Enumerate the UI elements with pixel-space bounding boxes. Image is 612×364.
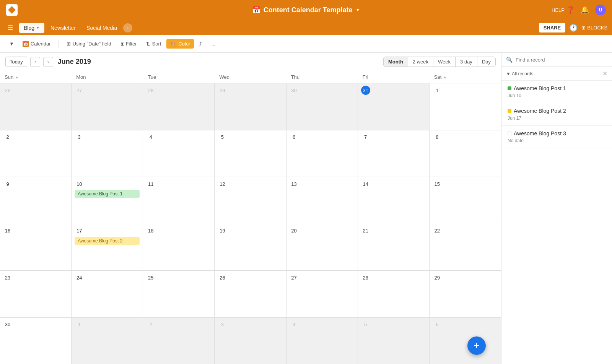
week-view-btn[interactable]: Week [433,57,456,67]
view-dropdown[interactable]: ▼ [6,39,17,48]
cal-cell-w0d2[interactable]: 28 [143,83,215,130]
cal-cell-w3d3[interactable]: 19 [215,224,286,271]
cal-cell-w4d6[interactable]: 29 [430,271,501,317]
cal-cell-w0d0[interactable]: 26 [0,83,72,130]
cal-cell-w0d1[interactable]: 27 [72,83,143,130]
header-thu: Thu [286,71,358,83]
sat-sort-icon[interactable]: ▲ [443,75,447,79]
tab-newsletter[interactable]: Newsletter [46,23,80,33]
cal-cell-w4d4[interactable]: 27 [286,271,358,317]
sun-sort-icon[interactable]: ▲ [15,75,19,79]
day-number: 14 [361,179,370,188]
cal-cell-w4d3[interactable]: 26 [215,271,286,317]
cal-cell-w2d3[interactable]: 12 [215,177,286,224]
cal-cell-w4d1[interactable]: 24 [72,271,143,317]
day-number: 24 [75,273,84,282]
field-selector[interactable]: ⊞ Using "Date" field [63,39,115,49]
cal-cell-w2d1[interactable]: 10Awesome Blog Post 1 [72,177,143,224]
cal-cell-w1d6[interactable]: 8 [430,130,501,177]
sort-label: Sort [152,41,161,47]
app-title: 📅 Content Calendar Template ▼ [252,6,360,14]
cal-cell-w5d3[interactable]: 3 [215,318,286,364]
avatar[interactable]: U [595,5,606,15]
cal-cell-w3d6[interactable]: 22 [430,224,501,271]
search-input[interactable] [516,57,607,63]
cal-cell-w1d3[interactable]: 5 [215,130,286,177]
cal-cell-w2d4[interactable]: 13 [286,177,358,224]
history-icon[interactable]: 🕐 [569,24,578,32]
cal-cell-w3d1[interactable]: 17Awesome Blog Post 2 [72,224,143,271]
calendar-week-1: 2345678 [0,130,501,177]
cal-cell-w1d4[interactable]: 6 [286,130,358,177]
notifications-icon[interactable]: 🔔 [581,6,589,14]
add-tab-button[interactable]: + [123,23,132,32]
share-button[interactable]: SHARE [539,23,566,32]
day-number: 31 [361,86,370,95]
cal-cell-w0d6[interactable]: 1 [430,83,501,130]
cal-cell-w0d5[interactable]: 31 [358,83,430,130]
sort-button[interactable]: ⇅ Sort [142,39,165,49]
cal-cell-w3d2[interactable]: 18 [143,224,215,271]
filter-button[interactable]: ⧗ Filter [117,39,141,49]
three-day-view-btn[interactable]: 3 day [456,57,477,67]
share-label: SHARE [544,25,561,31]
blocks-icon: ⊞ [581,25,586,31]
cal-cell-w2d0[interactable]: 9 [0,177,72,224]
app-logo-icon [8,6,16,14]
cal-cell-w2d2[interactable]: 11 [143,177,215,224]
cal-cell-w5d6[interactable]: 6 [430,318,501,364]
cal-cell-w5d1[interactable]: 1 [72,318,143,364]
sidebar-records: Awesome Blog Post 1Jun 10Awesome Blog Po… [501,81,612,364]
cal-cell-w0d4[interactable]: 30 [286,83,358,130]
day-view-btn[interactable]: Day [477,57,495,67]
sidebar-search: 🔍 [501,53,612,67]
cal-cell-w3d5[interactable]: 21 [358,224,430,271]
cal-cell-w4d5[interactable]: 28 [358,271,430,317]
cal-cell-w2d5[interactable]: 14 [358,177,430,224]
cal-cell-w1d0[interactable]: 2 [0,130,72,177]
day-number: 3 [218,320,227,329]
today-button[interactable]: Today [5,57,27,67]
close-sidebar-button[interactable]: ✕ [602,70,607,77]
cal-cell-w4d2[interactable]: 25 [143,271,215,317]
title-caret[interactable]: ▼ [355,7,360,13]
cal-cell-w1d1[interactable]: 3 [72,130,143,177]
cal-cell-w5d2[interactable]: 2 [143,318,215,364]
event-pill[interactable]: Awesome Blog Post 2 [75,237,140,245]
tab-social[interactable]: Social Media [82,23,122,33]
day-number: 28 [361,273,370,282]
filter-dropdown[interactable]: ▼ All records [506,71,534,76]
cal-cell-w1d5[interactable]: 7 [358,130,430,177]
add-record-button[interactable]: + [467,336,486,355]
tab-blog[interactable]: Blog ▼ [19,23,44,33]
prev-month-button[interactable]: ‹ [30,57,40,67]
month-view-btn[interactable]: Month [384,57,408,67]
sidebar-record-0[interactable]: Awesome Blog Post 1Jun 10 [501,81,612,103]
blocks-button[interactable]: ⊞ BLOCKS [581,25,607,31]
two-week-view-btn[interactable]: 2 week [408,57,433,67]
cal-cell-w4d0[interactable]: 23 [0,271,72,317]
hamburger-button[interactable]: ☰ [5,23,16,33]
calendar-main: Today ‹ › June 2019 Month 2 week Week 3 … [0,53,501,364]
cal-cell-w0d3[interactable]: 29 [215,83,286,130]
cal-cell-w3d4[interactable]: 20 [286,224,358,271]
cal-cell-w1d2[interactable]: 4 [143,130,215,177]
color-button[interactable]: 🎨 Color [166,39,194,49]
app-logo[interactable] [6,4,18,16]
cal-cell-w5d4[interactable]: 4 [286,318,358,364]
day-number: 1 [433,86,442,95]
share-view-button[interactable]: ⤴ [195,39,206,49]
more-options-button[interactable]: ... [207,39,219,49]
help-icon[interactable]: ❓ [566,6,575,14]
day-number: 13 [290,179,299,188]
next-month-button[interactable]: › [43,57,53,67]
sidebar-record-1[interactable]: Awesome Blog Post 2Jun 17 [501,103,612,126]
cal-cell-w5d5[interactable]: 5 [358,318,430,364]
sidebar-record-2[interactable]: Awesome Blog Post 3No date [501,126,612,148]
help-button[interactable]: HELP ❓ [552,6,575,14]
calendar-view-button[interactable]: 📅 Calendar [19,39,55,49]
cal-cell-w3d0[interactable]: 16 [0,224,72,271]
cal-cell-w5d0[interactable]: 30 [0,318,72,364]
event-pill[interactable]: Awesome Blog Post 1 [75,190,140,198]
cal-cell-w2d6[interactable]: 15 [430,177,501,224]
